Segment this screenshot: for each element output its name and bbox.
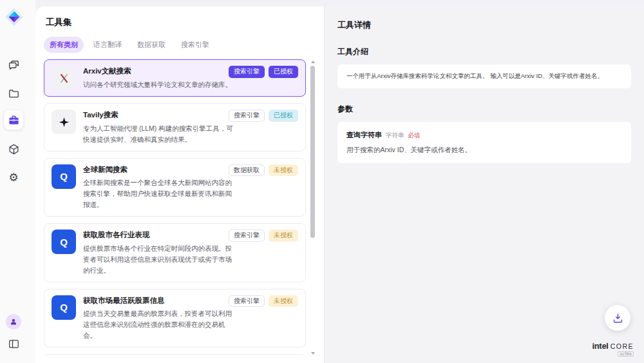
tool-list-item[interactable]: 万维地区新闻查询 搜索引擎 未授权 查询具体行政区划内的新闻，快速了解各地新闻动 bbox=[44, 354, 306, 356]
auth-status-badge: 已授权 bbox=[269, 66, 298, 78]
diamond-logo-icon bbox=[5, 7, 24, 26]
category-badge: 搜索引擎 bbox=[229, 295, 265, 308]
tab-category-0[interactable]: 所有类别 bbox=[44, 37, 84, 53]
auth-status-badge: 已授权 bbox=[269, 110, 298, 122]
scroll-down-icon[interactable] bbox=[311, 352, 315, 355]
ultra-badge: ULTRA bbox=[618, 351, 634, 357]
sidebar-item-models[interactable] bbox=[4, 139, 23, 159]
category-badge: 搜索引擎 bbox=[229, 230, 265, 242]
tool-name: 获取股市各行业表现 bbox=[83, 230, 150, 240]
tool-list-item[interactable]: Tavily搜索 搜索引擎 已授权 专为人工智能代理 (LLM) 构建的搜索引擎… bbox=[44, 103, 306, 152]
tool-name: 全球新闻搜索 bbox=[83, 164, 128, 175]
param-desc: 用于搜索的Arxiv ID、关键字或作者姓名。 bbox=[346, 146, 622, 155]
sidebar-item-chat[interactable] bbox=[4, 55, 23, 75]
q-blue-icon: Q bbox=[52, 164, 76, 189]
category-badge: 搜索引擎 bbox=[229, 66, 265, 78]
tab-category-2[interactable]: 数据获取 bbox=[131, 37, 171, 53]
download-icon bbox=[612, 312, 624, 324]
tool-name: Arxiv文献搜索 bbox=[83, 66, 131, 77]
tool-description: 专为人工智能代理 (LLM) 构建的搜索引擎工具，可快速提供实时、准确和真实的结… bbox=[83, 123, 238, 145]
sidebar-item-tools[interactable] bbox=[4, 110, 23, 130]
collapse-sidebar-button[interactable] bbox=[4, 334, 23, 353]
user-icon bbox=[9, 317, 18, 326]
tool-list-item[interactable]: Q 获取市场最活跃股票信息 搜索引擎 未授权 提供当天交易量最高的股票列表，投资… bbox=[44, 289, 306, 348]
sidebar-rail: ⚙ bbox=[0, 0, 35, 363]
category-badge: 数据获取 bbox=[229, 164, 265, 177]
tool-list: Arxiv文献搜索 搜索引擎 已授权 访问各个研究领域大量科学论文和文章的存储库… bbox=[44, 59, 324, 356]
download-button[interactable] bbox=[605, 305, 630, 331]
category-tabs: 所有类别语言翻译数据获取搜索引擎 bbox=[44, 37, 324, 53]
scroll-up-icon[interactable] bbox=[311, 61, 315, 63]
folder-icon bbox=[8, 88, 20, 100]
param-type: 字符串 bbox=[386, 132, 404, 140]
tab-category-3[interactable]: 搜索引擎 bbox=[175, 37, 215, 53]
auth-status-badge: 未授权 bbox=[269, 295, 298, 308]
app-logo bbox=[5, 7, 24, 26]
intel-wordmark: intel bbox=[592, 341, 608, 351]
auth-status-badge: 未授权 bbox=[269, 230, 298, 242]
page-title: 工具集 bbox=[46, 17, 324, 28]
tool-list-item[interactable]: Q 获取股市各行业表现 搜索引擎 未授权 提供股票市场各个行业在特定时间段内的表… bbox=[44, 223, 306, 282]
tool-description: 提供当天交易量最高的股票列表，投资者可以利用这些信息来识别流动性强的股票和潜在的… bbox=[83, 308, 238, 341]
q-blue-icon: Q bbox=[52, 230, 76, 254]
param-name: 查询字符串 bbox=[346, 130, 382, 140]
user-avatar[interactable] bbox=[6, 314, 21, 329]
arxiv-icon bbox=[52, 66, 76, 90]
param-required-badge: 必填 bbox=[408, 132, 421, 140]
main-panel: 工具集 所有类别语言翻译数据获取搜索引擎 Arxiv文献搜索 搜索引擎 已授权 … bbox=[35, 6, 644, 363]
q-blue-icon: Q bbox=[52, 295, 76, 320]
param-header: 查询字符串 字符串 必填 bbox=[346, 130, 622, 140]
tool-description: 访问各个研究领域大量科学论文和文章的存储库。 bbox=[83, 79, 238, 90]
tool-name: Tavily搜索 bbox=[83, 110, 118, 121]
intro-heading: 工具介绍 bbox=[337, 46, 631, 57]
tool-description: 提供股票市场各个行业在特定时间段内的表现。投资者可以利用这些信息来识别表现优于或… bbox=[83, 243, 238, 276]
toolbox-icon bbox=[8, 114, 20, 126]
collapse-sidebar-icon bbox=[8, 338, 20, 350]
detail-title: 工具详情 bbox=[337, 19, 631, 31]
auth-status-badge: 未授权 bbox=[269, 164, 298, 177]
sidebar-item-settings[interactable]: ⚙ bbox=[4, 168, 23, 187]
cube-icon bbox=[8, 143, 20, 155]
intro-card: 一个用于从Arxiv存储库搜索科学论文和文章的工具。 输入可以是Arxiv ID… bbox=[337, 64, 631, 88]
tool-name: 获取市场最活跃股票信息 bbox=[83, 295, 165, 306]
tool-list-item[interactable]: Arxiv文献搜索 搜索引擎 已授权 访问各个研究领域大量科学论文和文章的存储库… bbox=[44, 59, 306, 97]
intel-core-logo: intel CORE ULTRA bbox=[592, 341, 634, 357]
param-card: 查询字符串 字符串 必填 用于搜索的Arxiv ID、关键字或作者姓名。 bbox=[337, 122, 631, 163]
core-wordmark: CORE bbox=[611, 342, 634, 350]
star-icon bbox=[52, 110, 76, 134]
scrollbar[interactable] bbox=[310, 59, 316, 356]
params-heading: 参数 bbox=[337, 104, 631, 115]
sidebar-item-files[interactable] bbox=[4, 84, 23, 103]
tool-list-pane: 工具集 所有类别语言翻译数据获取搜索引擎 Arxiv文献搜索 搜索引擎 已授权 … bbox=[35, 6, 324, 363]
tool-list-item[interactable]: Q 全球新闻搜索 数据获取 未授权 全球新闻搜索是一个聚合全球各大新闻网站内容的… bbox=[44, 158, 306, 217]
chat-icon bbox=[8, 59, 20, 72]
app-root: ⚙ 工具集 所有类别语言翻译数据获取搜索引擎 Arxiv文献搜索 搜索引擎 bbox=[0, 0, 644, 363]
tool-description: 全球新闻搜索是一个聚合全球各大新闻网站内容的搜索引擎，帮助用户快速获取全球最新资… bbox=[83, 177, 238, 210]
category-badge: 搜索引擎 bbox=[229, 110, 265, 122]
tool-detail-pane: 工具详情 工具介绍 一个用于从Arxiv存储库搜索科学论文和文章的工具。 输入可… bbox=[324, 6, 644, 363]
gear-icon: ⚙ bbox=[8, 172, 18, 183]
tab-category-1[interactable]: 语言翻译 bbox=[88, 37, 128, 53]
scrollbar-thumb[interactable] bbox=[310, 66, 315, 238]
